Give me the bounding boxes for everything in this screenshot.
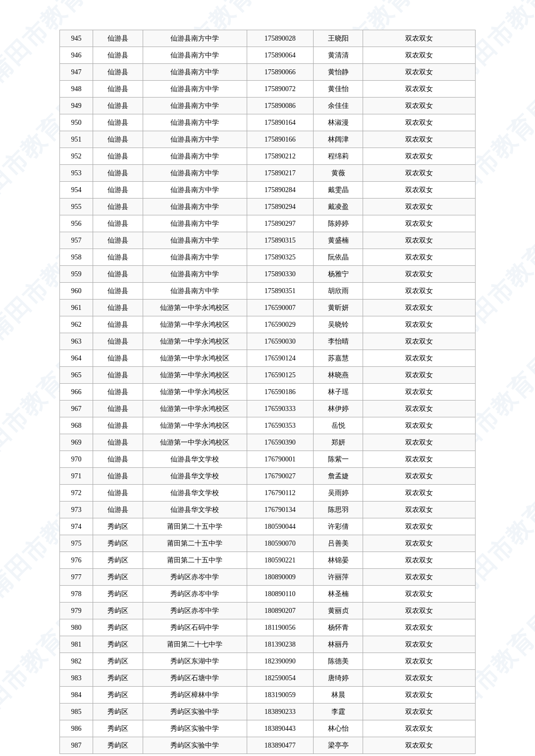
cell-no: 975 <box>60 535 93 552</box>
cell-school: 仙游县南方中学 <box>143 64 247 81</box>
cell-status: 双农双女 <box>363 131 476 148</box>
cell-no: 982 <box>60 653 93 670</box>
cell-id: 175890294 <box>247 199 313 215</box>
cell-status: 双农双女 <box>363 384 476 401</box>
cell-school: 仙游县华文学校 <box>143 468 247 485</box>
cell-school: 仙游县华文学校 <box>143 502 247 518</box>
cell-status: 双农双女 <box>363 468 476 485</box>
cell-status: 双农双女 <box>363 535 476 552</box>
cell-school: 仙游第一中学永鸿校区 <box>143 417 247 434</box>
cell-school: 仙游县南方中学 <box>143 266 247 283</box>
cell-school: 秀屿区实验中学 <box>143 704 247 720</box>
table-row: 976秀屿区莆田第二十五中学180590221林锦晏双农双女 <box>60 552 476 569</box>
table-row: 972仙游县仙游县华文学校176790112吴雨婷双农双女 <box>60 485 476 502</box>
cell-id: 180890110 <box>247 586 313 603</box>
cell-name: 陈德美 <box>313 653 363 670</box>
table-row: 969仙游县仙游第一中学永鸿校区176590390郑妍双农双女 <box>60 434 476 451</box>
cell-id: 175890028 <box>247 30 313 47</box>
cell-no: 965 <box>60 367 93 384</box>
cell-name: 林淑漫 <box>313 114 363 131</box>
cell-no: 953 <box>60 165 93 182</box>
table-row: 970仙游县仙游县华文学校176790001陈紫一双农双女 <box>60 451 476 468</box>
cell-id: 175890086 <box>247 98 313 114</box>
cell-name: 林伊婷 <box>313 401 363 417</box>
cell-school: 仙游县南方中学 <box>143 232 247 249</box>
table-row: 973仙游县仙游县华文学校176790134陈思羽双农双女 <box>60 502 476 518</box>
cell-name: 余佳佳 <box>313 98 363 114</box>
cell-county: 秀屿区 <box>93 653 143 670</box>
cell-school: 仙游县南方中学 <box>143 182 247 199</box>
cell-no: 983 <box>60 670 93 687</box>
cell-county: 仙游县 <box>93 401 143 417</box>
cell-id: 175890217 <box>247 165 313 182</box>
cell-name: 林丽丹 <box>313 636 363 653</box>
cell-name: 陈紫一 <box>313 451 363 468</box>
cell-no: 986 <box>60 720 93 737</box>
cell-id: 183890443 <box>247 720 313 737</box>
cell-status: 双农双女 <box>363 401 476 417</box>
cell-name: 陈婷婷 <box>313 215 363 232</box>
table-row: 982秀屿区秀屿区东湖中学182390090陈德美双农双女 <box>60 653 476 670</box>
cell-id: 180590044 <box>247 518 313 535</box>
cell-school: 秀屿区石码中学 <box>143 619 247 636</box>
cell-county: 仙游县 <box>93 350 143 367</box>
cell-id: 176590353 <box>247 417 313 434</box>
cell-county: 仙游县 <box>93 114 143 131</box>
cell-name: 杨雅宁 <box>313 266 363 283</box>
cell-name: 许彩倩 <box>313 518 363 535</box>
cell-name: 黄丽贞 <box>313 603 363 619</box>
cell-county: 仙游县 <box>93 98 143 114</box>
table-row: 977秀屿区秀屿区赤岑中学180890009许丽萍双农双女 <box>60 569 476 586</box>
cell-school: 莆田第二十五中学 <box>143 535 247 552</box>
cell-school: 仙游县华文学校 <box>143 485 247 502</box>
table-row: 985秀屿区秀屿区实验中学183890233李霆双农双女 <box>60 704 476 720</box>
cell-county: 仙游县 <box>93 64 143 81</box>
cell-school: 仙游第一中学永鸿校区 <box>143 434 247 451</box>
table-row: 964仙游县仙游第一中学永鸿校区176590124苏嘉慧双农双女 <box>60 350 476 367</box>
cell-no: 980 <box>60 619 93 636</box>
cell-no: 968 <box>60 417 93 434</box>
cell-county: 秀屿区 <box>93 720 143 737</box>
cell-county: 仙游县 <box>93 502 143 518</box>
cell-county: 仙游县 <box>93 367 143 384</box>
cell-id: 175890212 <box>247 148 313 165</box>
table-row: 967仙游县仙游第一中学永鸿校区176590333林伊婷双农双女 <box>60 401 476 417</box>
table-row: 947仙游县仙游县南方中学175890066黄怡静双农双女 <box>60 64 476 81</box>
cell-school: 仙游县南方中学 <box>143 81 247 98</box>
cell-school: 莆田第二十五中学 <box>143 518 247 535</box>
cell-name: 戴雯晶 <box>313 182 363 199</box>
cell-id: 183190059 <box>247 687 313 704</box>
cell-no: 957 <box>60 232 93 249</box>
cell-county: 仙游县 <box>93 30 143 47</box>
cell-school: 秀屿区赤岑中学 <box>143 586 247 603</box>
cell-status: 双农双女 <box>363 98 476 114</box>
table-row: 955仙游县仙游县南方中学175890294戴凌盈双农双女 <box>60 199 476 215</box>
table-row: 956仙游县仙游县南方中学175890297陈婷婷双农双女 <box>60 215 476 232</box>
cell-no: 947 <box>60 64 93 81</box>
cell-county: 秀屿区 <box>93 687 143 704</box>
cell-county: 秀屿区 <box>93 586 143 603</box>
cell-id: 175890297 <box>247 215 313 232</box>
table-row: 984秀屿区秀屿区樟林中学183190059林晨双农双女 <box>60 687 476 704</box>
cell-county: 仙游县 <box>93 384 143 401</box>
table-row: 983秀屿区秀屿区石塘中学182590054唐绮婷双农双女 <box>60 670 476 687</box>
table-row: 974秀屿区莆田第二十五中学180590044许彩倩双农双女 <box>60 518 476 535</box>
cell-school: 仙游第一中学永鸿校区 <box>143 300 247 316</box>
cell-county: 仙游县 <box>93 81 143 98</box>
cell-county: 秀屿区 <box>93 636 143 653</box>
cell-name: 郑妍 <box>313 434 363 451</box>
cell-id: 176790134 <box>247 502 313 518</box>
cell-no: 948 <box>60 81 93 98</box>
cell-county: 仙游县 <box>93 333 143 350</box>
cell-school: 仙游第一中学永鸿校区 <box>143 384 247 401</box>
cell-no: 956 <box>60 215 93 232</box>
cell-id: 175890164 <box>247 114 313 131</box>
cell-no: 952 <box>60 148 93 165</box>
cell-status: 双农双女 <box>363 47 476 64</box>
cell-status: 双农双女 <box>363 283 476 300</box>
cell-no: 946 <box>60 47 93 64</box>
cell-name: 林晨 <box>313 687 363 704</box>
table-row: 965仙游县仙游第一中学永鸿校区176590125林晓燕双农双女 <box>60 367 476 384</box>
cell-no: 987 <box>60 737 93 754</box>
cell-id: 176590186 <box>247 384 313 401</box>
